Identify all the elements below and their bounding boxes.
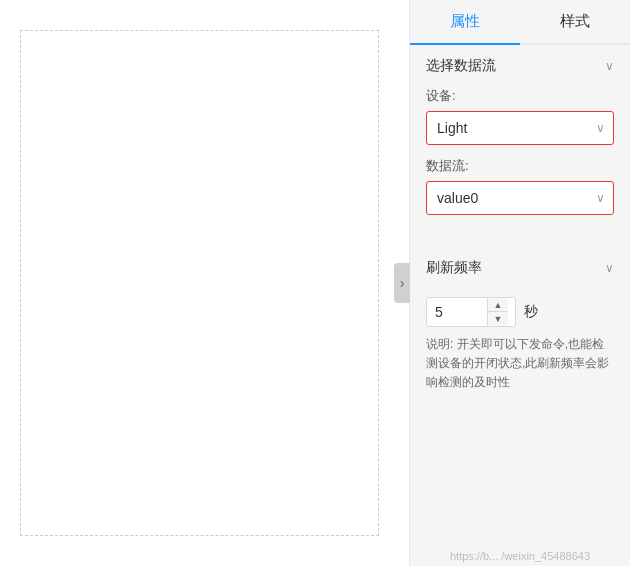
device-select-wrapper: Light Switch Sensor ∨ [426,111,614,145]
device-field-group: 设备 Light Switch Sensor ∨ [426,87,614,145]
refresh-input-wrapper: ▲ ▼ [426,297,516,327]
watermark: https://b... /weixin_45488643 [410,546,630,566]
device-label: 设备 [426,87,614,105]
canvas-panel [0,0,410,566]
refresh-value-input[interactable] [427,298,487,326]
tabs-header: 属性 样式 [410,0,630,45]
refresh-description: 说明: 开关即可以下发命令,也能检测设备的开闭状态,此刷新频率会影响检测的及时性 [426,335,614,393]
unit-label: 秒 [524,303,538,321]
canvas-dashed-border [20,30,379,536]
datastream-label: 数据流 [426,157,614,175]
chevron-down-icon: ∨ [605,59,614,73]
refresh-row: ▲ ▼ 秒 [426,297,614,327]
data-stream-section-body: 设备 Light Switch Sensor ∨ 数据流 [410,87,630,243]
collapse-button[interactable] [394,263,410,303]
tab-properties[interactable]: 属性 [410,0,520,45]
datastream-select[interactable]: value0 value1 value2 [427,182,613,214]
device-select[interactable]: Light Switch Sensor [427,112,613,144]
panel-content: 选择数据流 ∨ 设备 Light Switch Sensor ∨ [410,45,630,546]
refresh-section-body: ▲ ▼ 秒 说明: 开关即可以下发命令,也能检测设备的开闭状态,此刷新频率会影响… [410,289,630,405]
right-panel: 属性 样式 选择数据流 ∨ 设备 Light Switch Sensor [410,0,630,566]
refresh-section-header[interactable]: 刷新频率 ∨ [410,247,630,289]
datastream-field-group: 数据流 value0 value1 value2 ∨ [426,157,614,215]
spinner-up-button[interactable]: ▲ [488,298,508,312]
data-stream-section-header[interactable]: 选择数据流 ∨ [410,45,630,87]
refresh-chevron-icon: ∨ [605,261,614,275]
spinner-down-button[interactable]: ▼ [488,312,508,326]
refresh-section-title: 刷新频率 [426,259,482,277]
tab-style[interactable]: 样式 [520,0,630,43]
data-stream-section-title: 选择数据流 [426,57,496,75]
datastream-select-wrapper: value0 value1 value2 ∨ [426,181,614,215]
spinner-buttons: ▲ ▼ [487,298,508,326]
refresh-section: 刷新频率 ∨ ▲ ▼ 秒 说明: 开关即可以下发命令,也能检测设备的开闭状态,此… [410,247,630,405]
data-stream-section: 选择数据流 ∨ 设备 Light Switch Sensor ∨ [410,45,630,243]
